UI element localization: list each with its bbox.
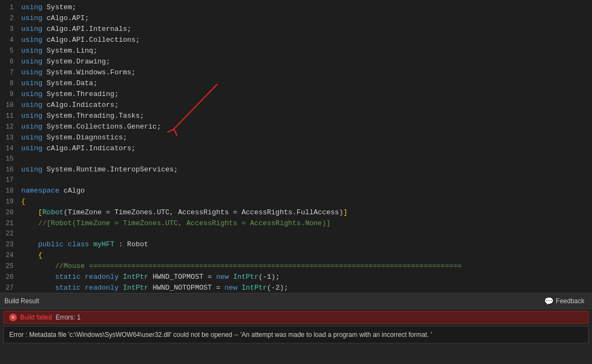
line-content: using cAlgo.API.Collections; bbox=[19, 35, 592, 45]
line-content: public class myHFT : Robot bbox=[19, 239, 592, 250]
code-line: 27 static readonly IntPtr HWND_NOTOPMOST… bbox=[0, 283, 592, 293]
line-content: using System.Windows.Forms; bbox=[19, 67, 592, 78]
line-content: namespace cAlgo bbox=[19, 186, 592, 196]
line-content: using System.Diagnostics; bbox=[19, 132, 592, 143]
line-content: //Mouse ================================… bbox=[19, 261, 592, 271]
line-number: 19 bbox=[0, 197, 19, 207]
line-content: static readonly IntPtr HWND_NOTOPMOST = … bbox=[19, 283, 592, 293]
code-line: 3using cAlgo.API.Internals; bbox=[0, 24, 592, 35]
line-number: 16 bbox=[0, 165, 19, 175]
line-number: 2 bbox=[0, 14, 19, 24]
line-content: using cAlgo.Indicators; bbox=[19, 100, 592, 110]
line-number: 6 bbox=[0, 57, 19, 67]
line-content: { bbox=[19, 250, 592, 260]
line-content: using System.Data; bbox=[19, 78, 592, 88]
line-number: 14 bbox=[0, 144, 19, 154]
line-number: 24 bbox=[0, 251, 19, 261]
code-line: 24 { bbox=[0, 250, 592, 261]
code-line: 5using System.Linq; bbox=[0, 46, 592, 56]
line-number: 27 bbox=[0, 283, 19, 293]
line-number: 5 bbox=[0, 46, 19, 56]
line-content: using System.Linq; bbox=[19, 46, 592, 56]
code-lines: 1using System;2using cAlgo.API;3using cA… bbox=[0, 0, 592, 293]
build-failed-bar: ✕ Build failed Errors: 1 bbox=[3, 311, 589, 324]
line-number: 25 bbox=[0, 261, 19, 272]
line-number: 1 bbox=[0, 3, 19, 13]
line-number: 11 bbox=[0, 111, 19, 122]
code-line: 15 bbox=[0, 154, 592, 164]
line-number: 23 bbox=[0, 240, 19, 250]
build-result-panel: Build Result 💬 Feedback ✕ Build failed E… bbox=[0, 293, 592, 364]
line-content: using System.Threading.Tasks; bbox=[19, 111, 592, 121]
build-failed-text: Build failed Errors: 1 bbox=[20, 314, 80, 321]
code-line: 11using System.Threading.Tasks; bbox=[0, 111, 592, 122]
line-number: 8 bbox=[0, 79, 19, 89]
code-line: 4using cAlgo.API.Collections; bbox=[0, 35, 592, 46]
code-line: 20 [Robot(TimeZone = TimeZones.UTC, Acce… bbox=[0, 207, 592, 218]
code-line: 19{ bbox=[0, 196, 592, 207]
line-number: 22 bbox=[0, 229, 19, 239]
line-content: [Robot(TimeZone = TimeZones.UTC, AccessR… bbox=[19, 207, 592, 218]
code-line: 7using System.Windows.Forms; bbox=[0, 67, 592, 78]
line-content: using System.Drawing; bbox=[19, 56, 592, 67]
code-line: 17 bbox=[0, 175, 592, 186]
code-line: 13using System.Diagnostics; bbox=[0, 132, 592, 143]
line-content: using System.Runtime.InteropServices; bbox=[19, 164, 592, 175]
line-number: 20 bbox=[0, 208, 19, 218]
code-line: 1using System; bbox=[0, 2, 592, 13]
code-line: 14using cAlgo.API.Indicators; bbox=[0, 143, 592, 154]
line-content: using cAlgo.API.Indicators; bbox=[19, 143, 592, 154]
code-line: 25 //Mouse =============================… bbox=[0, 261, 592, 272]
code-line: 2using cAlgo.API; bbox=[0, 13, 592, 24]
code-line: 21 //[Robot(TimeZone = TimeZones.UTC, Ac… bbox=[0, 218, 592, 229]
feedback-label: Feedback bbox=[556, 297, 584, 305]
code-line: 16using System.Runtime.InteropServices; bbox=[0, 164, 592, 175]
code-line: 26 static readonly IntPtr HWND_TOPMOST =… bbox=[0, 272, 592, 283]
line-number: 7 bbox=[0, 68, 19, 78]
build-failed-icon: ✕ bbox=[9, 314, 17, 321]
line-content: using System.Threading; bbox=[19, 89, 592, 99]
code-line: 12using System.Collections.Generic; bbox=[0, 122, 592, 132]
line-number: 15 bbox=[0, 154, 19, 164]
code-line: 6using System.Drawing; bbox=[0, 56, 592, 67]
line-number: 9 bbox=[0, 90, 19, 100]
code-line: 8using System.Data; bbox=[0, 78, 592, 89]
line-content: { bbox=[19, 196, 592, 207]
line-content: using cAlgo.API; bbox=[19, 13, 592, 23]
line-number: 10 bbox=[0, 100, 19, 111]
line-content: static readonly IntPtr HWND_TOPMOST = ne… bbox=[19, 272, 592, 282]
build-result-header: Build Result 💬 Feedback bbox=[0, 293, 592, 309]
line-content: //[Robot(TimeZone = TimeZones.UTC, Acces… bbox=[19, 218, 592, 228]
error-message: Error : Metadata file 'c:\Windows\SysWOW… bbox=[3, 326, 589, 343]
build-result-title: Build Result bbox=[4, 297, 39, 305]
code-line: 10using cAlgo.Indicators; bbox=[0, 100, 592, 111]
line-number: 21 bbox=[0, 219, 19, 229]
line-number: 26 bbox=[0, 272, 19, 283]
line-content: using System; bbox=[19, 2, 592, 12]
line-number: 17 bbox=[0, 175, 19, 186]
editor-area: 1using System;2using cAlgo.API;3using cA… bbox=[0, 0, 592, 293]
feedback-icon: 💬 bbox=[544, 297, 553, 305]
feedback-button[interactable]: 💬 Feedback bbox=[541, 296, 588, 306]
code-line: 23 public class myHFT : Robot bbox=[0, 239, 592, 250]
line-number: 13 bbox=[0, 133, 19, 143]
line-content: using System.Collections.Generic; bbox=[19, 122, 592, 132]
code-line: 22 bbox=[0, 229, 592, 239]
line-number: 12 bbox=[0, 122, 19, 132]
line-number: 4 bbox=[0, 35, 19, 46]
code-line: 18namespace cAlgo bbox=[0, 186, 592, 196]
line-number: 3 bbox=[0, 24, 19, 35]
line-number: 18 bbox=[0, 186, 19, 196]
line-content: using cAlgo.API.Internals; bbox=[19, 24, 592, 34]
code-line: 9using System.Threading; bbox=[0, 89, 592, 100]
